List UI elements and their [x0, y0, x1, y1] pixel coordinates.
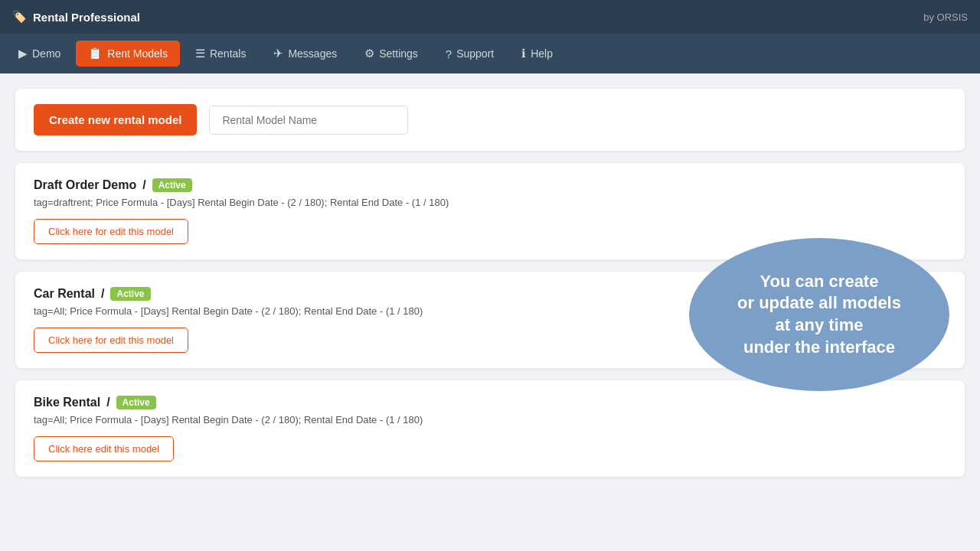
rental-model-name-input[interactable]	[209, 106, 408, 135]
settings-icon: ⚙	[364, 47, 374, 60]
nav-label-support: Support	[456, 47, 494, 60]
separator-draft: /	[142, 178, 145, 192]
nav-label-settings: Settings	[379, 47, 418, 60]
create-panel: Create new rental model	[15, 89, 965, 151]
model-card-car-rental: Car Rental / Active tag=All; Price Formu…	[15, 272, 965, 368]
model-card-bike-rental: Bike Rental / Active tag=All; Price Form…	[15, 380, 965, 477]
status-badge-car: Active	[110, 287, 150, 301]
tooltip-bubble: You can createor update all modelsat any…	[689, 238, 949, 391]
nav-item-help[interactable]: ℹ Help	[509, 41, 565, 67]
tooltip-text: You can createor update all modelsat any…	[737, 271, 901, 358]
app-name: Rental Professional	[33, 11, 140, 24]
edit-button-car[interactable]: Click here for edit this model	[34, 328, 188, 353]
app-by: by ORSIS	[923, 11, 968, 23]
nav-item-messages[interactable]: ✈ Messages	[261, 41, 349, 67]
nav-item-support[interactable]: ? Support	[433, 41, 506, 67]
app-logo: 🏷️ Rental Professional	[12, 10, 140, 24]
demo-icon: ▶	[18, 47, 28, 60]
support-icon: ?	[446, 47, 452, 60]
nav-label-rent-models: Rent Models	[107, 47, 168, 60]
nav-label-messages: Messages	[288, 47, 337, 60]
model-name-bike: Bike Rental	[34, 396, 100, 409]
main-content: Create new rental model Draft Order Demo…	[0, 73, 980, 492]
nav-item-rent-models[interactable]: 📋 Rent Models	[76, 41, 180, 67]
status-badge-bike: Active	[116, 396, 156, 409]
model-header-draft: Draft Order Demo / Active	[34, 178, 946, 192]
edit-button-bike[interactable]: Click here edit this model	[34, 436, 174, 461]
model-header-bike: Bike Rental / Active	[34, 396, 946, 409]
nav-item-rentals[interactable]: ☰ Rentals	[183, 41, 258, 67]
model-name-car: Car Rental	[34, 287, 95, 301]
nav-item-demo[interactable]: ▶ Demo	[6, 41, 73, 67]
nav-item-settings[interactable]: ⚙ Settings	[352, 41, 430, 67]
edit-button-draft[interactable]: Click here for edit this model	[34, 219, 188, 244]
nav-label-rentals: Rentals	[210, 47, 246, 60]
topbar: 🏷️ Rental Professional by ORSIS	[0, 0, 980, 34]
separator-car: /	[101, 287, 104, 301]
rentals-icon: ☰	[195, 47, 205, 60]
create-rental-model-button[interactable]: Create new rental model	[34, 104, 197, 135]
models-section: Draft Order Demo / Active tag=draftrent;…	[15, 163, 965, 477]
rent-models-icon: 📋	[88, 47, 103, 60]
status-badge-draft: Active	[152, 178, 192, 192]
messages-icon: ✈	[273, 47, 283, 60]
nav-label-demo: Demo	[32, 47, 60, 60]
logo-icon: 🏷️	[12, 10, 27, 24]
model-name-draft: Draft Order Demo	[34, 178, 136, 192]
nav-label-help: Help	[531, 47, 553, 60]
separator-bike: /	[106, 396, 109, 409]
help-icon: ℹ	[521, 47, 526, 60]
model-desc-draft: tag=draftrent; Price Formula - [Days] Re…	[34, 197, 946, 208]
main-nav: ▶ Demo 📋 Rent Models ☰ Rentals ✈ Message…	[0, 34, 980, 73]
model-desc-bike: tag=All; Price Formula - [Days] Rental B…	[34, 414, 946, 425]
